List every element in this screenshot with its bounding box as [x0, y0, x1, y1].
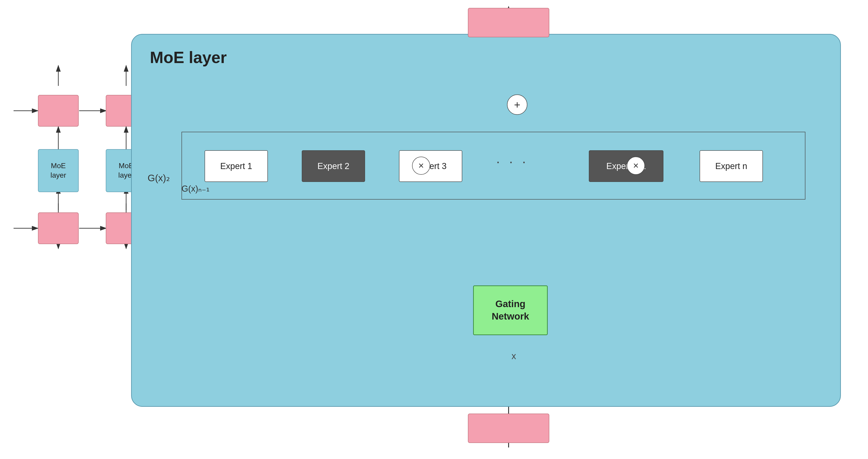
output-pink-box: [468, 8, 549, 37]
gx2-label: G(x)₂: [148, 173, 170, 184]
expert-n1-box: Expert n-1: [589, 150, 663, 182]
experts-region: Expert 1 Expert 2 Expert 3 · · · Expert …: [182, 132, 805, 200]
gating-network-box: GatingNetwork: [473, 285, 548, 335]
expert3-box: Expert 3: [399, 150, 462, 182]
moe-left-label: MoElayer: [51, 161, 66, 180]
diagram: MoElayer MoElayer MoE layer Expert 1 Exp…: [0, 0, 868, 459]
multiply-right-circle: ×: [627, 157, 645, 175]
input-pink-box: [468, 414, 549, 443]
bottom-left-pink-box: [38, 212, 79, 244]
top-left-pink-box: [38, 95, 79, 127]
moe-layer-container: MoE layer Expert 1 Expert 2 Expert 3 · ·…: [131, 34, 841, 407]
moe-left-box: MoElayer: [38, 149, 79, 192]
moe-layer-title: MoE layer: [150, 48, 227, 67]
expert1-box: Expert 1: [205, 150, 268, 182]
expert-n-box: Expert n: [700, 150, 763, 182]
gxn1-label: G(x)ₙ₋₁: [182, 184, 210, 194]
expert2-box: Expert 2: [302, 150, 365, 182]
small-x-label: x: [512, 351, 516, 361]
multiply-left-circle: ×: [412, 157, 430, 175]
plus-circle: +: [507, 94, 527, 115]
dots: · · ·: [496, 154, 528, 169]
